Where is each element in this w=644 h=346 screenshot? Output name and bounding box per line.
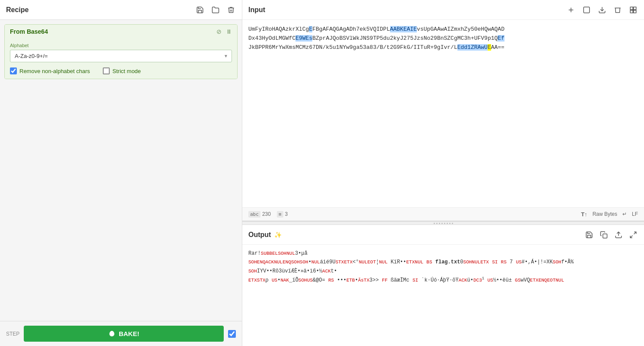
- alphabet-value: A-Za-z0-9+/=: [10, 50, 220, 62]
- pause-operation-button[interactable]: ⏸: [226, 28, 232, 35]
- send-output-button[interactable]: [614, 230, 623, 240]
- disable-operation-button[interactable]: ⊘: [216, 28, 222, 35]
- delete-input-button[interactable]: [613, 5, 622, 15]
- output-title-area: Output ✨: [248, 231, 584, 239]
- svg-rect-7: [634, 10, 636, 13]
- format-value: Raw Bytes: [593, 211, 617, 217]
- operation-header: From Base64 ⊘ ⏸: [5, 25, 237, 38]
- operation-header-icons: ⊘ ⏸: [216, 28, 232, 35]
- chevron-down-icon: ▼: [220, 54, 232, 58]
- output-content: Rar!SUBBELSOHNUL3•μå SOHENQACKNULENQSOHS…: [242, 245, 644, 346]
- recipe-header: Recipe: [0, 0, 242, 20]
- spacer: [0, 83, 242, 321]
- open-folder-button[interactable]: [211, 5, 220, 15]
- etxstx-label: ETXSTX: [248, 278, 266, 283]
- output-line-4: ETXSTXρ US•NAK_ïÕSOHUS&@O= RS •••ETB•ÃsT…: [248, 276, 638, 285]
- remove-non-alphabet-checkbox[interactable]: Remove non-alphabet chars: [10, 67, 90, 74]
- soh5-label: SOH: [298, 278, 307, 283]
- strict-mode-box: [103, 67, 110, 74]
- right-panel: Input: [242, 0, 644, 346]
- delete-recipe-button[interactable]: [226, 5, 236, 15]
- operation-title: From Base64: [10, 28, 216, 35]
- drag-dots: [434, 223, 453, 224]
- strict-mode-checkbox[interactable]: Strict mode: [103, 67, 141, 74]
- ack2-label: ACK: [459, 278, 467, 283]
- strict-mode-label: Strict mode: [112, 68, 141, 74]
- si2-label: SI: [412, 278, 418, 283]
- lines-icon: ≡: [277, 211, 283, 218]
- sohnuletx-label: SOHNULETX: [463, 260, 489, 265]
- recipe-header-icons: [195, 5, 236, 15]
- drag-handle[interactable]: [242, 221, 644, 225]
- stx-label: STXETX: [336, 260, 353, 265]
- gs-label: GS: [515, 278, 520, 283]
- output-line-2: SOHENQACKNULENQSOHSOH•NULáié9USTXETX<°NU…: [248, 258, 638, 266]
- nuleot-label: NULEOT: [359, 260, 376, 265]
- output-header-icons: [584, 230, 638, 240]
- output-title: Output: [248, 231, 271, 239]
- line-count-display: ≡ 3: [277, 211, 288, 218]
- svg-line-10: [634, 232, 636, 234]
- operation-body: Alphabet A-Za-z0-9+/= ▼ Remove non-alpha…: [5, 38, 237, 79]
- remove-non-alphabet-input[interactable]: [10, 67, 17, 74]
- bs-label: BS: [426, 260, 432, 265]
- format-icon: T↑: [581, 211, 587, 218]
- copy-output-button[interactable]: [599, 230, 609, 240]
- svg-rect-5: [634, 7, 636, 10]
- dc3-label: DC3: [473, 278, 482, 283]
- auto-bake-checkbox[interactable]: [228, 330, 236, 338]
- char-count-display: abc 230: [248, 211, 271, 218]
- alphabet-label: Alphabet: [10, 43, 232, 48]
- step-label: STEP: [6, 331, 19, 337]
- output-section: Output ✨: [242, 225, 644, 346]
- left-panel: Recipe: [0, 0, 242, 346]
- flag-text: flag.txt: [435, 259, 460, 265]
- line-ending-arrow: ↵: [622, 211, 627, 217]
- ff-label: FF: [382, 278, 387, 283]
- output-line-1: Rar!SUBBELSOHNUL3•μå: [248, 249, 638, 258]
- input-header-icons: [566, 5, 638, 15]
- iyv-text: IYV••Rõ3ùvïÆÈ•»ä•ì6•½: [257, 268, 322, 274]
- bake-bar: STEP BAKE!: [0, 321, 242, 346]
- add-input-button[interactable]: [566, 5, 576, 15]
- open-input-button[interactable]: [582, 5, 591, 15]
- expand-output-button[interactable]: [628, 230, 638, 240]
- recipe-title: Recipe: [6, 6, 195, 14]
- status-bar-right: T↑ Raw Bytes ↵ LF: [581, 211, 638, 218]
- nak-label: NAK: [280, 278, 289, 283]
- input-section: Input: [242, 0, 644, 221]
- save-output-button[interactable]: [584, 230, 594, 240]
- output-header: Output ✨: [242, 225, 644, 245]
- import-input-button[interactable]: [597, 5, 607, 15]
- remove-non-alphabet-label: Remove non-alphabet chars: [19, 68, 90, 74]
- red-sequence-1: SOHENQACKNULENQSOHSOH: [248, 260, 308, 265]
- output-line-3: SOHIYV••Rõ3ùvïÆÈ•»ä•ì6•½ACKt•: [248, 267, 638, 276]
- input-line-2: Dx43HyOdLMGWfCE9WEsBZprAJQoBSVlWkJNS9TP5…: [248, 34, 638, 43]
- etxnul-label: ETXNUL: [406, 260, 424, 265]
- svg-line-11: [630, 235, 632, 237]
- astx-label: ÃsTX: [358, 278, 369, 283]
- input-header: Input: [242, 0, 644, 20]
- rs2-label: RS: [328, 278, 334, 283]
- bake-button[interactable]: BAKE!: [24, 326, 224, 342]
- svg-rect-2: [584, 7, 590, 13]
- etxenqeotnul-label: ETXENQEOTNUL: [530, 278, 564, 283]
- kir-text: KïR: [387, 259, 400, 265]
- layout-input-button[interactable]: [628, 5, 638, 15]
- input-content[interactable]: UmFyIRoHAQAzkrXlCgEFBgAFAQGAgADh7ek5VQID…: [242, 20, 644, 207]
- bake-label: BAKE!: [119, 330, 140, 337]
- input-line-3: JkBPPR6MrYwXmsMCMz67DN/k5u1NYw9ga53a83/B…: [248, 43, 638, 52]
- save-button[interactable]: [195, 5, 205, 15]
- abc-icon: abc: [248, 211, 260, 218]
- etb-label: ETB: [346, 278, 355, 283]
- chars-1: áié9U: [320, 259, 336, 265]
- input-line-1: UmFyIRoHAQAzkrXlCgEFBgAFAQGAgADh7ek5VQID…: [248, 25, 638, 34]
- input-title: Input: [248, 6, 566, 14]
- magic-wand-icon[interactable]: ✨: [274, 231, 282, 238]
- alphabet-select[interactable]: A-Za-z0-9+/= ▼: [10, 50, 232, 62]
- soh2-label: SOH: [553, 260, 562, 265]
- svg-rect-4: [630, 7, 633, 10]
- input-status-bar: abc 230 ≡ 3 T↑ Raw Bytes ↵ LF: [242, 207, 644, 221]
- line-ending-value: LF: [632, 211, 638, 217]
- us4-label: US: [272, 278, 277, 283]
